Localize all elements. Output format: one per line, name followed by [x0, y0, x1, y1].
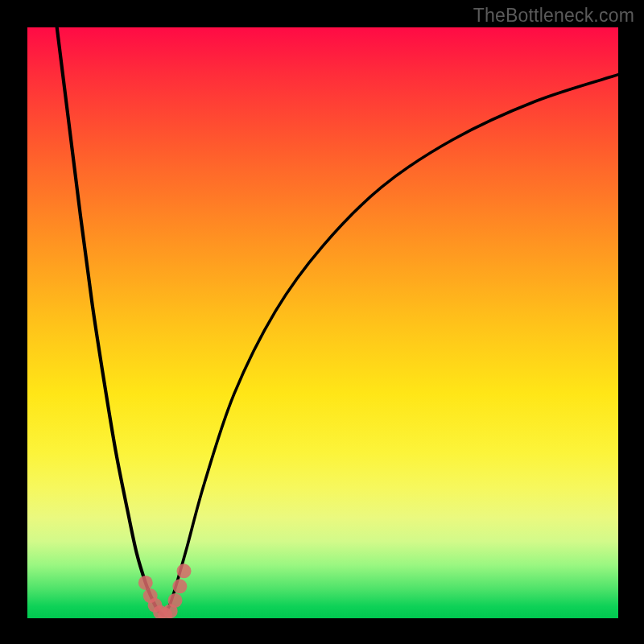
- curve-right-branch: [163, 75, 618, 616]
- trough-marker: [138, 576, 153, 590]
- watermark-text: TheBottleneck.com: [473, 5, 634, 27]
- chart-frame: TheBottleneck.com: [0, 0, 644, 644]
- curve-layer: [27, 27, 618, 618]
- trough-marker: [168, 593, 183, 608]
- plot-area: [27, 27, 618, 618]
- curve-left-branch: [57, 27, 163, 615]
- trough-marker: [177, 564, 192, 578]
- trough-markers: [138, 564, 192, 618]
- bottleneck-curves: [57, 27, 618, 615]
- trough-marker: [172, 579, 187, 593]
